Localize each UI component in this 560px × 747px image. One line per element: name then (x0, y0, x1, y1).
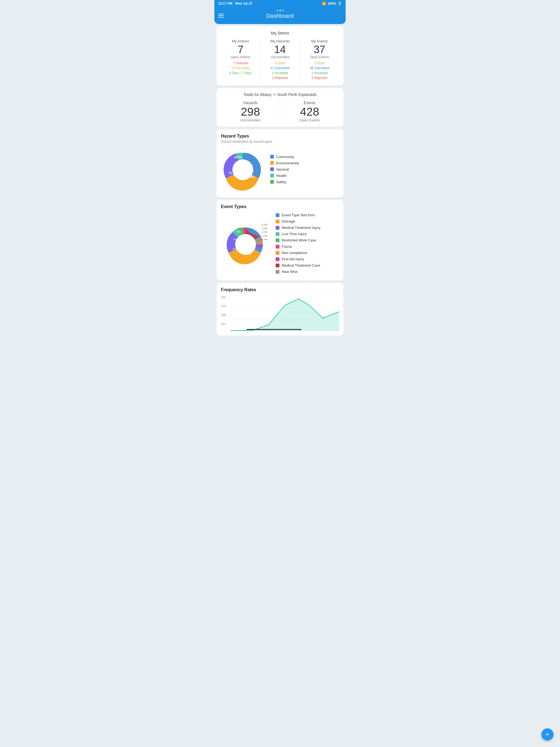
totals-hazards-label: Hazards (221, 101, 280, 105)
small-label-4: 2.7% (262, 234, 268, 238)
time: 12:17 PM (218, 2, 232, 5)
page-indicator (218, 10, 342, 11)
status-time-date: 12:17 PM Wed Jul 27 (218, 2, 252, 5)
events-sublabel: Open Events (300, 55, 339, 59)
freq-svg (231, 295, 339, 331)
hazard-types-subtitle: Hazard distribution by hazard types (221, 140, 339, 144)
ll-lti: Lost Time Injury (282, 232, 307, 236)
page-title: Dashboard (218, 13, 342, 19)
ll-mti: Medical Treatment Injury (282, 226, 321, 230)
ll-damage: Damage (282, 219, 295, 223)
menu-line-3 (218, 17, 224, 18)
lc-event-test (276, 213, 279, 217)
header: Dashboard (214, 7, 346, 24)
legend-color-environmental (270, 161, 274, 165)
freq-chart-area: 343 275 206 137 (221, 295, 339, 331)
hazard-legend: Community Environmental General Health S… (270, 155, 339, 186)
stems-title: My Stems (221, 31, 339, 35)
svg-text:8.1%: 8.1% (233, 248, 237, 250)
dot-1 (277, 10, 278, 11)
lc-nearmiss (276, 270, 279, 274)
legend-event-test: Event Type Test form (276, 213, 339, 217)
hazards-sublabel: Uncontrolled (260, 55, 299, 59)
battery-icon: 🔋 (338, 2, 342, 5)
svg-text:14.3%: 14.3% (234, 156, 242, 159)
hazard-donut: 35.7% 28.6% 21.4% 14.3% (221, 148, 265, 193)
event-types-title: Event Types (221, 204, 339, 209)
content-area: My Stems My Actions 7 Open Actions 7 Ove… (214, 24, 346, 340)
legend-fai: First Aid Injury (276, 257, 339, 261)
ll-fauna: Fauna (282, 244, 292, 249)
actions-sublabel: Open Actions (221, 55, 260, 59)
actions-label: My Actions (221, 39, 260, 43)
hazard-types-card: Hazard Types Hazard distribution by haza… (217, 129, 343, 197)
event-chart-container: 21.6% 18.9% 8.1% 5.4% 5.4% 2.7% 2.7% 2.7… (221, 213, 339, 276)
totals-title: Totals for Albany -> South Perth Esplana… (221, 93, 339, 97)
stems-grid: My Actions 7 Open Actions 7 Overdue 0 Du… (221, 39, 339, 81)
frequency-rates-card: Frequency Rates 343 275 206 137 (217, 283, 343, 335)
ll-rwc: Restricted Work Case (282, 238, 316, 242)
actions-stat-week[interactable]: 0 Due < 7 days (221, 71, 260, 75)
dot-2 (279, 10, 281, 11)
menu-button[interactable] (218, 14, 224, 18)
legend-label-general: General (276, 168, 289, 172)
totals-events: Events 428 Open Events (280, 101, 339, 122)
actions-column: My Actions 7 Open Actions 7 Overdue 0 Du… (221, 39, 260, 76)
lc-noncompliance (276, 251, 279, 255)
hazards-stat-rejected[interactable]: 1 Rejected (260, 76, 299, 80)
ll-noncompliance: Non compliance (282, 251, 307, 255)
lc-mtc (276, 264, 279, 267)
legend-color-safety (270, 180, 274, 184)
my-stems-card: My Stems My Actions 7 Open Actions 7 Ove… (217, 26, 343, 85)
lc-fauna (276, 245, 279, 249)
actions-count: 7 (221, 44, 260, 55)
hazards-label: My Hazards (260, 39, 299, 43)
legend-community: Community (270, 155, 339, 159)
wifi-icon: 📶 (322, 2, 326, 5)
legend-color-health (270, 174, 274, 177)
events-stat-rejected[interactable]: 0 Rejected (300, 76, 339, 80)
events-label: My Events (300, 39, 339, 43)
legend-safety: Safety (270, 180, 339, 184)
hazards-stat-draft[interactable]: 0 Draft (260, 61, 299, 65)
ll-nearmiss: Near Miss (282, 269, 298, 274)
hazard-donut-svg: 35.7% 28.6% 21.4% 14.3% (221, 148, 265, 192)
legend-noncompliance: Non compliance (276, 251, 339, 255)
status-bar: 12:17 PM Wed Jul 27 📶 100% 🔋 (214, 0, 346, 7)
actions-stat-overdue[interactable]: 7 Overdue (221, 61, 260, 65)
legend-general: General (270, 168, 339, 172)
ll-mtc: Medical Treatment Case (282, 263, 320, 267)
hazards-stat-accepted[interactable]: 1 Accepted (260, 71, 299, 75)
legend-damage: Damage (276, 219, 339, 223)
legend-label-environmental: Environmental (276, 161, 299, 165)
events-stat-draft[interactable]: 0 Draft (300, 61, 339, 65)
events-stat-accepted[interactable]: 1 Accepted (300, 71, 339, 75)
totals-events-count: 428 (280, 106, 339, 118)
totals-card: Totals for Albany -> South Perth Esplana… (217, 88, 343, 127)
svg-text:5.4%: 5.4% (237, 231, 241, 233)
legend-health: Health (270, 174, 339, 178)
freq-y-206: 206 (221, 313, 229, 317)
freq-y-axis: 343 275 206 137 (221, 295, 229, 326)
hazard-chart-container: 35.7% 28.6% 21.4% 14.3% Community Enviro… (221, 148, 339, 193)
svg-text:5.4%: 5.4% (233, 238, 238, 240)
svg-point-5 (235, 234, 256, 255)
events-stat-submitted[interactable]: 36 Submitted (300, 66, 339, 70)
event-donut: 21.6% 18.9% 8.1% 5.4% 5.4% 2.7% 2.7% 2.7… (221, 223, 270, 266)
hazards-stat-submitted[interactable]: 11 Submitted (260, 66, 299, 70)
menu-line-1 (218, 14, 224, 14)
events-column: My Events 37 Open Events 0 Draft 36 Subm… (300, 39, 339, 81)
hazard-types-title: Hazard Types (221, 134, 339, 138)
legend-nearmiss: Near Miss (276, 269, 339, 274)
lc-fai (276, 257, 279, 261)
small-label-1: 2.7% (262, 223, 268, 227)
ll-event-test: Event Type Test form (282, 213, 315, 217)
menu-line-2 (218, 15, 224, 16)
legend-environmental: Environmental (270, 161, 339, 165)
totals-events-sublabel: Open Events (280, 118, 339, 122)
freq-y-137: 137 (221, 323, 229, 326)
actions-stat-today[interactable]: 0 Due today (221, 66, 260, 70)
freq-y-343: 343 (221, 295, 229, 299)
totals-hazards-sublabel: Uncontrolled (221, 118, 280, 122)
svg-text:28.6%: 28.6% (247, 176, 254, 179)
